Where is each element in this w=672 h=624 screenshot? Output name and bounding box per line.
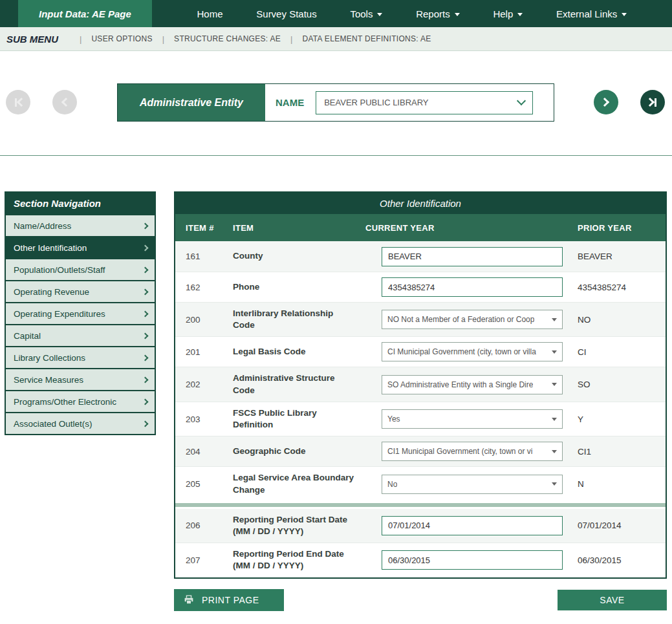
chevron-right-icon (142, 288, 149, 295)
current-year-select-202[interactable]: SO Administrative Entity with a Single D… (382, 375, 563, 394)
sidebar-item-label: Other Identification (14, 243, 87, 253)
chevron-right-icon (600, 98, 609, 107)
chevron-left-icon (61, 98, 70, 107)
current-year-cell: No (365, 475, 578, 494)
chevron-right-icon (142, 420, 149, 427)
submenu-separator: | (80, 34, 81, 44)
first-record-button[interactable] (6, 90, 30, 114)
dropdown-caret-icon (552, 418, 557, 421)
save-button[interactable]: SAVE (558, 590, 667, 610)
nav-item-label: Tools (350, 8, 373, 19)
sidebar-item-label: Associated Outlet(s) (14, 419, 92, 429)
item-label: County (233, 250, 365, 262)
submenu-item-user-options[interactable]: USER OPTIONS (91, 34, 152, 43)
footer-actions: PRINT PAGE SAVE (174, 589, 667, 611)
item-number: 200 (175, 315, 233, 325)
sidebar-item-label: Library Collections (14, 353, 85, 363)
prior-year-value: Y (578, 414, 666, 424)
nav-item-external-links[interactable]: External Links (556, 8, 627, 19)
item-label: FSCS Public Library Definition (233, 407, 365, 431)
submenu-item-data-element-definitions-ae[interactable]: DATA ELEMENT DEFINITIONS: AE (302, 34, 431, 43)
nav-item-tools[interactable]: Tools (350, 8, 382, 19)
col-header-current-year: CURRENT YEAR (365, 223, 578, 233)
current-year-input-162[interactable] (382, 277, 563, 297)
first-record-icon (15, 98, 22, 107)
chevron-right-icon (142, 222, 149, 229)
sidebar-item-label: Capital (14, 331, 41, 341)
sidebar-item-service-measures[interactable]: Service Measures (6, 368, 155, 390)
current-year-input-207[interactable] (382, 550, 563, 570)
nav-item-label: Reports (416, 8, 450, 19)
current-year-cell (365, 277, 578, 297)
sidebar-item-operating-revenue[interactable]: Operating Revenue (6, 280, 155, 302)
nav-item-home[interactable]: Home (197, 8, 223, 19)
table-row-207: 207Reporting Period End Date (MM / DD / … (175, 543, 666, 577)
col-header-prior-year: PRIOR YEAR (578, 223, 666, 233)
sidebar-item-library-collections[interactable]: Library Collections (6, 346, 155, 368)
last-record-button[interactable] (640, 90, 665, 114)
table-header-row: ITEM # ITEM CURRENT YEAR PRIOR YEAR (175, 214, 666, 241)
current-year-cell: CI Municipal Government (city, town or v… (365, 342, 578, 361)
table-row-204: 204Geographic CodeCI1 Municipal Governme… (175, 436, 666, 466)
table-row-205: 205Legal Service Area Boundary ChangeNoN (175, 466, 666, 500)
prior-year-value: 06/30/2015 (578, 555, 666, 565)
nav-item-help[interactable]: Help (493, 8, 523, 19)
dropdown-caret-icon (552, 482, 557, 486)
current-year-select-200[interactable]: NO Not a Member of a Federation or Coop (382, 310, 563, 329)
sidebar-item-capital[interactable]: Capital (6, 324, 155, 346)
sidebar-item-name-address[interactable]: Name/Address (6, 214, 155, 236)
prior-year-value: BEAVER (578, 252, 666, 261)
sidebar-item-population-outlets-staff[interactable]: Population/Outlets/Staff (6, 258, 155, 280)
table-row-206: 206Reporting Period Start Date (MM / DD … (175, 509, 666, 543)
current-year-cell (365, 516, 578, 535)
prev-record-button[interactable] (52, 90, 77, 114)
name-label: NAME (276, 97, 304, 108)
current-year-select-201[interactable]: CI Municipal Government (city, town or v… (382, 342, 563, 361)
item-number: 161 (175, 252, 233, 261)
table-row-202: 202Administrative Structure CodeSO Admin… (175, 367, 666, 401)
sidebar-item-other-identification[interactable]: Other Identification (6, 236, 155, 258)
col-header-item-no: ITEM # (175, 223, 233, 233)
select-value: SO Administrative Entity with a Single D… (387, 380, 533, 389)
sidebar-item-label: Operating Expenditures (14, 309, 105, 319)
select-value: CI1 Municipal Government (city, town or … (387, 447, 533, 456)
nav-item-survey-status[interactable]: Survey Status (256, 8, 316, 19)
main-nav: HomeSurvey StatusToolsReportsHelpExterna… (152, 0, 672, 27)
current-year-select-203[interactable]: Yes (382, 409, 563, 429)
select-value: NO Not a Member of a Federation or Coop (387, 315, 534, 324)
item-label: Legal Basis Code (233, 346, 365, 358)
submenu-separator: | (290, 34, 292, 44)
item-label: Legal Service Area Boundary Change (233, 472, 365, 495)
item-label: Administrative Structure Code (233, 372, 365, 396)
entity-name-value: BEAVER PUBLIC LIBRARY (324, 98, 428, 107)
current-page-tab[interactable]: Input Data: AE Page (18, 0, 152, 27)
sidebar-item-label: Population/Outlets/Staff (14, 265, 105, 275)
next-record-button[interactable] (594, 90, 618, 114)
sidebar-item-operating-expenditures[interactable]: Operating Expenditures (6, 302, 155, 324)
prior-year-value: NO (578, 315, 666, 325)
nav-item-label: Home (197, 8, 223, 19)
dropdown-caret-icon (517, 13, 523, 16)
sidebar-item-label: Name/Address (14, 221, 71, 231)
current-year-input-161[interactable] (382, 247, 563, 266)
nav-item-reports[interactable]: Reports (416, 8, 460, 19)
section-divider (175, 501, 666, 509)
sidebar-item-programs-other-electronic[interactable]: Programs/Other Electronic (6, 390, 155, 412)
chevron-right-icon (142, 332, 149, 339)
print-page-button[interactable]: PRINT PAGE (174, 589, 284, 611)
page-title: Input Data: AE Page (39, 8, 131, 19)
entity-name-select[interactable]: BEAVER PUBLIC LIBRARY (316, 91, 533, 114)
sidebar-item-label: Operating Revenue (14, 287, 89, 297)
sidebar-item-associated-outlet-s[interactable]: Associated Outlet(s) (6, 412, 155, 434)
current-year-select-204[interactable]: CI1 Municipal Government (city, town or … (382, 442, 563, 461)
submenu-title: SUB MENU (6, 34, 58, 45)
current-year-input-206[interactable] (382, 516, 563, 535)
table-body: 161CountyBEAVER162Phone4354385274200Inte… (175, 241, 666, 577)
current-year-select-205[interactable]: No (382, 475, 563, 494)
printer-icon (183, 594, 195, 605)
current-year-cell (365, 247, 578, 266)
current-year-cell: NO Not a Member of a Federation or Coop (365, 310, 578, 329)
entity-title: Administrative Entity (118, 84, 265, 121)
section-navigation: Section Navigation Name/AddressOther Ide… (5, 191, 156, 435)
submenu-item-structure-changes-ae[interactable]: STRUCTURE CHANGES: AE (174, 34, 281, 43)
